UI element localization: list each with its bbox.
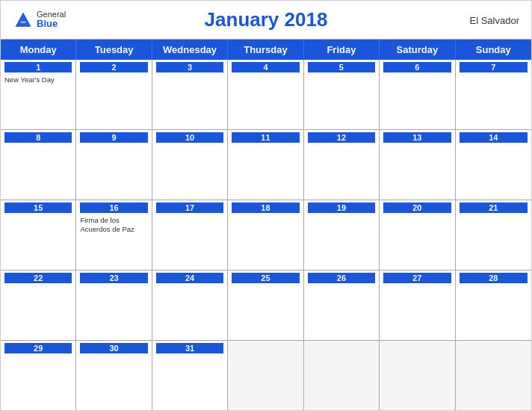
day-number: 13 — [383, 132, 451, 143]
day-cell: 17 — [152, 200, 228, 270]
day-header-saturday: Saturday — [380, 40, 455, 60]
day-cell — [456, 341, 531, 410]
day-number: 28 — [460, 273, 528, 283]
week-row-1: 1New Year's Day234567 — [1, 60, 531, 130]
day-cell: 22 — [1, 271, 76, 340]
day-cell: 29 — [1, 341, 76, 410]
day-header-wednesday: Wednesday — [152, 40, 228, 60]
day-cell: 19 — [304, 200, 380, 270]
day-cell: 2 — [76, 60, 152, 129]
day-cell: 30 — [76, 341, 152, 410]
svg-rect-2 — [21, 21, 26, 22]
day-number: 16 — [80, 203, 147, 213]
day-number: 22 — [4, 273, 72, 283]
day-number: 15 — [4, 203, 72, 213]
day-cell: 26 — [304, 271, 380, 340]
weeks-container: 1New Year's Day2345678910111213141516Fir… — [1, 60, 531, 410]
week-row-3: 1516Firma de los Acuerdos de Paz17181920… — [1, 200, 531, 271]
day-cell: 12 — [304, 130, 380, 200]
day-cell: 14 — [456, 130, 531, 200]
calendar-container: General Blue January 2018 El Salvador Mo… — [0, 0, 532, 411]
day-number: 9 — [80, 132, 147, 143]
day-cell — [304, 341, 380, 410]
week-row-5: 293031 — [1, 341, 531, 410]
logo: General Blue — [13, 10, 66, 31]
day-cell: 25 — [228, 271, 303, 340]
day-number: 24 — [156, 273, 223, 283]
day-cell: 18 — [228, 200, 303, 270]
day-header-monday: Monday — [1, 40, 76, 60]
day-cell: 6 — [380, 60, 455, 129]
day-cell: 10 — [152, 130, 228, 200]
country-label: El Salvador — [470, 14, 519, 25]
day-cell — [228, 341, 303, 410]
day-number: 18 — [232, 203, 299, 213]
week-row-4: 22232425262728 — [1, 271, 531, 341]
day-cell: 13 — [380, 130, 455, 200]
day-cell: 7 — [456, 60, 531, 129]
day-header-thursday: Thursday — [228, 40, 303, 60]
day-cell — [380, 341, 455, 410]
day-cell: 4 — [228, 60, 303, 129]
day-cell: 24 — [152, 271, 228, 340]
calendar-header: General Blue January 2018 El Salvador — [1, 1, 531, 39]
day-number: 26 — [308, 273, 375, 283]
day-number: 23 — [80, 273, 147, 283]
day-number: 10 — [156, 132, 223, 143]
day-cell: 9 — [76, 130, 152, 200]
svg-marker-1 — [16, 15, 30, 25]
day-header-sunday: Sunday — [456, 40, 531, 60]
day-number: 20 — [383, 203, 451, 213]
day-cell: 21 — [456, 200, 531, 270]
logo-blue: Blue — [37, 19, 66, 29]
day-header-friday: Friday — [304, 40, 380, 60]
day-number: 27 — [383, 273, 451, 283]
day-cell: 15 — [1, 200, 76, 270]
day-cell: 28 — [456, 271, 531, 340]
day-cell: 8 — [1, 130, 76, 200]
logo-text: General Blue — [37, 10, 66, 29]
day-number: 4 — [232, 62, 299, 72]
day-number: 5 — [308, 62, 375, 72]
day-number: 11 — [232, 132, 299, 143]
day-number: 8 — [4, 132, 72, 143]
day-number: 21 — [460, 203, 528, 213]
holiday-text: Firma de los Acuerdos de Paz — [80, 216, 147, 235]
day-number: 7 — [460, 62, 528, 72]
day-number: 17 — [156, 203, 223, 213]
day-cell: 16Firma de los Acuerdos de Paz — [76, 200, 152, 270]
day-cell: 31 — [152, 341, 228, 410]
day-number: 31 — [156, 343, 223, 353]
day-number: 3 — [156, 62, 223, 72]
logo-icon — [13, 10, 34, 31]
day-number: 29 — [4, 343, 72, 353]
day-cell: 5 — [304, 60, 380, 129]
holiday-text: New Year's Day — [4, 75, 72, 84]
day-cell: 1New Year's Day — [1, 60, 76, 129]
day-number: 6 — [383, 62, 451, 72]
day-headers-row: MondayTuesdayWednesdayThursdayFridaySatu… — [1, 40, 531, 60]
day-cell: 11 — [228, 130, 303, 200]
day-cell: 3 — [152, 60, 228, 129]
day-number: 30 — [80, 343, 147, 353]
calendar-title: January 2018 — [205, 8, 328, 31]
day-number: 12 — [308, 132, 375, 143]
day-number: 19 — [308, 203, 375, 213]
day-cell: 27 — [380, 271, 455, 340]
day-number: 25 — [232, 273, 299, 283]
day-cell: 20 — [380, 200, 455, 270]
day-cell: 23 — [76, 271, 152, 340]
week-row-2: 891011121314 — [1, 130, 531, 200]
calendar-grid: MondayTuesdayWednesdayThursdayFridaySatu… — [1, 39, 531, 410]
day-number: 2 — [80, 62, 147, 72]
day-number: 14 — [460, 132, 528, 143]
day-number: 1 — [4, 62, 72, 72]
day-header-tuesday: Tuesday — [76, 40, 152, 60]
